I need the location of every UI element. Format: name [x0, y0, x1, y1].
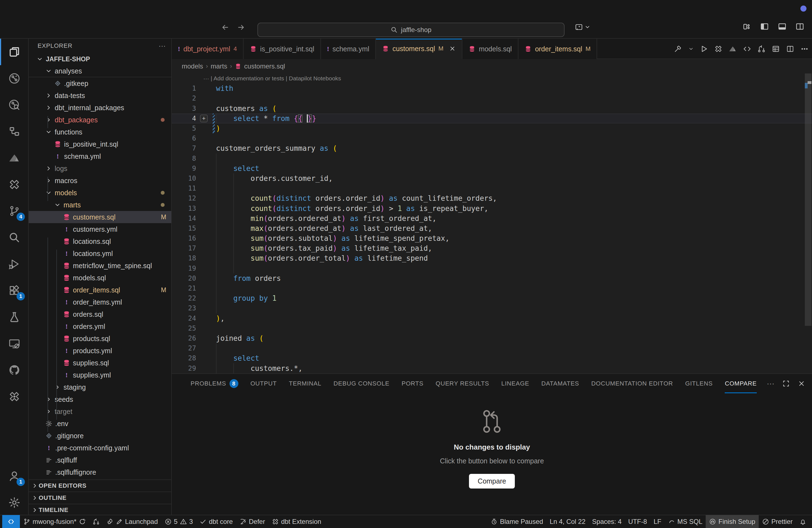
code-line-24[interactable]: 24), — [172, 313, 812, 323]
hammer-icon[interactable] — [674, 45, 682, 53]
tree-item-supplies-yml[interactable]: !supplies.yml — [29, 369, 171, 381]
tree-item-customers-yml[interactable]: !customers.yml — [29, 223, 171, 235]
section-open-editors[interactable]: OPEN EDITORS — [29, 480, 171, 492]
tab-order-items-sql[interactable]: order_items.sqlM — [518, 39, 597, 59]
split-editor-icon[interactable] — [786, 45, 794, 53]
tree-item-locations-yml[interactable]: !locations.yml — [29, 247, 171, 260]
tree-item-locations-sql[interactable]: locations.sql — [29, 235, 171, 247]
status-dbt-extension-status[interactable]: dbt Extension — [269, 515, 324, 528]
panel-tab-compare[interactable]: COMPARE — [725, 374, 756, 393]
tree-item-order-items-yml[interactable]: !order_items.yml — [29, 296, 171, 308]
tab-dbt-project-yml[interactable]: !dbt_project.yml4 — [172, 39, 244, 59]
status-defer-status[interactable]: Defer — [236, 515, 269, 528]
tree-item-products-sql[interactable]: products.sql — [29, 333, 171, 344]
tree-item-metricflow-time-spine-sql[interactable]: metricflow_time_spine.sql — [29, 260, 171, 272]
code-line-9[interactable]: 9 select — [172, 163, 812, 173]
panel-tab-lineage[interactable]: LINEAGE — [501, 374, 529, 393]
tree-item-products-yml[interactable]: !products.yml — [29, 344, 171, 357]
status-dbt-core-status[interactable]: dbt core — [196, 515, 236, 528]
toggle-sidebar-icon[interactable] — [760, 22, 769, 31]
code-line-12[interactable]: 12 count(distinct orders.order_id) as co… — [172, 193, 812, 203]
tree-item-schema-yml[interactable]: !schema.yml — [29, 150, 171, 162]
code-line-7[interactable]: 7customer_orders_summary as ( — [172, 143, 812, 153]
activity-github[interactable] — [0, 357, 29, 383]
code-line-27[interactable]: 27 — [172, 343, 812, 353]
tree-item-logs[interactable]: logs — [29, 162, 171, 175]
query-table-icon[interactable] — [772, 45, 780, 53]
activity-search[interactable] — [0, 224, 29, 251]
tree-item--gitignore[interactable]: .gitignore — [29, 430, 171, 442]
compare-button[interactable]: Compare — [469, 474, 515, 488]
tree-item--sqlfluff[interactable]: .sqlfluff — [29, 454, 171, 466]
code-line-19[interactable]: 19 — [172, 263, 812, 274]
status-remote-indicator[interactable] — [2, 515, 20, 528]
activity-datapilot[interactable] — [0, 145, 29, 171]
tree-item-marts[interactable]: marts — [29, 199, 171, 211]
tree-item--pre-commit-config-yaml[interactable]: !.pre-commit-config.yaml — [29, 442, 171, 454]
status-blame-status[interactable]: Blame Paused — [487, 515, 546, 528]
code-editor[interactable]: ··· | Add documentation or tests | Datap… — [172, 73, 812, 373]
status-finish-setup[interactable]: Finish Setup — [706, 515, 758, 528]
section-timeline[interactable]: TIMELINE — [29, 504, 171, 515]
dbt-power-user-icon[interactable] — [714, 45, 723, 53]
activity-settings[interactable] — [0, 489, 29, 516]
tree-item-jaffle-shop[interactable]: JAFFLE-SHOP — [29, 53, 171, 65]
panel-tab-query-results[interactable]: QUERY RESULTS — [436, 374, 489, 393]
panel-tab-output[interactable]: OUTPUT — [250, 374, 277, 393]
code-line-13[interactable]: 13 count(distinct orders.order_id) > 1 a… — [172, 203, 812, 213]
breadcrumb-item[interactable]: marts — [211, 62, 227, 70]
more-actions-icon[interactable] — [800, 45, 809, 53]
tree-item-functions[interactable]: functions — [29, 126, 171, 138]
command-center-search[interactable]: jaffle-shop — [257, 23, 565, 37]
activity-testing[interactable] — [0, 304, 29, 330]
code-line-14[interactable]: 14 min(orders.ordered_at) as first_order… — [172, 214, 812, 223]
code-line-22[interactable]: 22 group by 1 — [172, 293, 812, 303]
status-indentation[interactable]: Spaces: 4 — [589, 515, 625, 528]
activity-remote-explorer[interactable] — [0, 330, 29, 357]
nav-back-icon[interactable] — [221, 23, 229, 31]
panel-close-icon[interactable] — [798, 380, 806, 387]
tree-item-dbt-packages[interactable]: dbt_packages — [29, 114, 171, 126]
breadcrumb-item[interactable]: models — [182, 62, 203, 70]
code-line-10[interactable]: 10 orders.customer_id, — [172, 173, 812, 184]
git-compare-icon[interactable] — [757, 45, 766, 53]
chevron-down-icon[interactable] — [688, 46, 694, 52]
code-line-26[interactable]: 26joined as ( — [172, 333, 812, 343]
panel-tab-problems[interactable]: PROBLEMS8 — [191, 374, 238, 393]
explorer-more-icon[interactable]: ··· — [159, 42, 166, 50]
tree-item-is-positive-int-sql[interactable]: is_positive_int.sql — [29, 138, 171, 150]
status-encoding[interactable]: UTF-8 — [625, 515, 650, 528]
panel-tab-ports[interactable]: PORTS — [402, 374, 423, 393]
activity-schema-view[interactable] — [0, 118, 29, 145]
status-compare-status[interactable] — [89, 515, 103, 528]
sqlfluff-icon[interactable] — [729, 45, 737, 53]
activity-explorer[interactable] — [0, 39, 29, 65]
tab-models-sql[interactable]: models.sql — [462, 39, 519, 59]
status-problems-status[interactable]: 53 — [161, 515, 197, 528]
tree-item-orders-sql[interactable]: orders.sql — [29, 308, 171, 320]
tree-item-customers-sql[interactable]: customers.sqlM — [29, 211, 171, 223]
panel-tab-gitlens[interactable]: GITLENS — [685, 374, 713, 393]
status-launchpad[interactable]: Launchpad — [103, 515, 161, 528]
toggle-secondary-sidebar-icon[interactable] — [795, 22, 804, 31]
panel-tab-debug-console[interactable]: DEBUG CONSOLE — [334, 374, 389, 393]
tree-item-data-tests[interactable]: data-tests — [29, 89, 171, 102]
panel-tab-documentation-editor[interactable]: DOCUMENTATION EDITOR — [591, 374, 673, 393]
tree-item-supplies-sql[interactable]: supplies.sql — [29, 357, 171, 369]
editor-scrollbar[interactable] — [805, 73, 811, 326]
panel-tab-datamates[interactable]: DATAMATES — [541, 374, 579, 393]
tab-schema-yml[interactable]: !schema.yml — [321, 39, 376, 59]
code-line-5[interactable]: 5) — [172, 123, 812, 133]
status-branch-status[interactable]: mwong-fusion* — [20, 515, 89, 528]
activity-accounts[interactable]: 1 — [0, 463, 29, 489]
code-line-3[interactable]: 3customers as ( — [172, 104, 812, 114]
activity-dbt-power-user[interactable] — [0, 171, 29, 198]
code-line-8[interactable]: 8 — [172, 153, 812, 163]
code-line-25[interactable]: 25 — [172, 323, 812, 333]
activity-extensions[interactable]: 1 — [0, 277, 29, 304]
run-icon[interactable] — [700, 45, 708, 53]
code-line-21[interactable]: 21 — [172, 283, 812, 293]
status-notifications-bell[interactable] — [796, 515, 810, 528]
customize-layout-icon[interactable] — [742, 22, 751, 31]
section-outline[interactable]: OUTLINE — [29, 492, 171, 504]
